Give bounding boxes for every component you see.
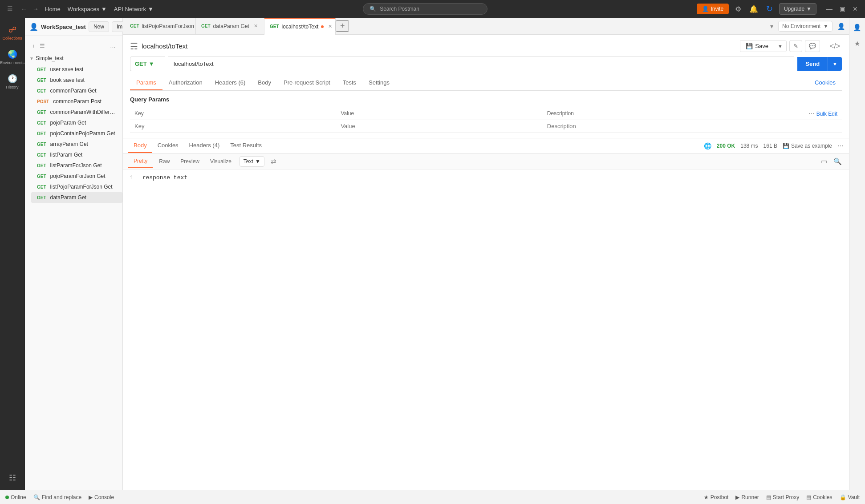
code-button[interactable]: </>	[828, 40, 842, 52]
tab-dataparam[interactable]: GET dataParam Get ✕	[196, 18, 264, 35]
workspaces-nav[interactable]: Workspaces ▼	[68, 6, 107, 12]
start-proxy-button[interactable]: ▤ Start Proxy	[766, 494, 799, 500]
tab-prerequest[interactable]: Pre-request Script	[277, 76, 337, 90]
resp-tab-headers[interactable]: Headers (4)	[184, 138, 225, 153]
tab-close-icon[interactable]: ✕	[327, 23, 333, 30]
cookies-link[interactable]: Cookies	[808, 76, 842, 90]
resp-format-preview[interactable]: Preview	[176, 156, 204, 167]
maximize-button[interactable]: ▣	[838, 5, 847, 12]
invite-button[interactable]: 👤 Invite	[697, 4, 729, 14]
more-options-icon[interactable]: …	[108, 41, 118, 51]
sync-icon[interactable]: ↻	[764, 2, 775, 16]
send-dropdown-button[interactable]: ▼	[828, 57, 842, 71]
list-item[interactable]: GET listPojoParamForJson Get	[31, 181, 122, 192]
key-input[interactable]	[134, 123, 332, 129]
forward-arrow[interactable]: →	[31, 4, 41, 13]
workspace-name: WorkSpace_test	[41, 24, 86, 30]
response-more-button[interactable]: ⋯	[837, 142, 844, 149]
runner-icon: ▶	[735, 494, 739, 500]
search-bar[interactable]: 🔍 Search Postman	[363, 3, 487, 15]
resp-format-pretty[interactable]: Pretty	[128, 155, 153, 168]
sidebar-item-history[interactable]: 🕐 History	[2, 70, 23, 93]
resp-format-raw[interactable]: Raw	[154, 156, 174, 167]
list-item[interactable]: GET book save test	[31, 75, 122, 85]
home-nav[interactable]: Home	[45, 6, 61, 12]
add-collection-icon[interactable]: +	[29, 41, 37, 51]
resp-tab-testresults[interactable]: Test Results	[225, 138, 267, 153]
settings-icon[interactable]: ⚙	[733, 3, 743, 15]
value-input[interactable]	[341, 123, 538, 129]
sidebar-item-environments[interactable]: 🌏 Environments	[2, 46, 23, 69]
bell-icon[interactable]: 🔔	[747, 3, 760, 15]
table-more-icon[interactable]: ⋯	[808, 110, 815, 117]
add-tab-button[interactable]: +	[336, 20, 349, 32]
collection-name[interactable]: ▼ Simple_test	[25, 52, 122, 64]
send-button[interactable]: Send	[797, 57, 828, 71]
description-input[interactable]	[547, 123, 744, 129]
list-item[interactable]: GET commonParam Get	[31, 85, 122, 96]
vault-button[interactable]: 🔒 Vault	[840, 494, 860, 500]
tab-body[interactable]: Body	[252, 76, 277, 90]
close-button[interactable]: ✕	[851, 5, 860, 12]
environment-manage-button[interactable]: 👤	[835, 21, 847, 31]
list-item[interactable]: GET arrayParam Get	[31, 139, 122, 149]
query-params-title: Query Params	[130, 96, 842, 103]
list-item[interactable]: GET dataParam Get	[31, 192, 122, 203]
list-item[interactable]: GET commonParamWithDifferentNa...	[31, 107, 122, 117]
save-example-button[interactable]: 💾 Save as example	[783, 143, 832, 149]
online-dot	[5, 496, 9, 499]
back-arrow[interactable]: ←	[19, 4, 29, 13]
environments-icon: 🌏	[8, 49, 17, 59]
list-item[interactable]: GET pojoParamForJson Get	[31, 171, 122, 181]
tab-headers[interactable]: Headers (6)	[209, 76, 252, 90]
list-item[interactable]: GET pojoParam Get	[31, 117, 122, 128]
list-item[interactable]: GET listParamForJson Get	[31, 160, 122, 171]
edit-button[interactable]: ✎	[789, 40, 802, 52]
tab-close-icon[interactable]: ✕	[253, 23, 259, 29]
bulk-edit-button[interactable]: Bulk Edit	[816, 111, 837, 117]
hamburger-icon[interactable]: ☰	[5, 4, 15, 13]
method-selector[interactable]: GET ▼	[130, 56, 165, 71]
wrap-icon[interactable]: ⇄	[269, 157, 278, 166]
minimize-button[interactable]: ―	[824, 5, 834, 12]
tab-listpojoparam[interactable]: GET listPojoParamForJson Ge ✕	[125, 18, 196, 35]
tab-authorization[interactable]: Authorization	[162, 76, 209, 90]
tab-tests[interactable]: Tests	[337, 76, 362, 90]
format-selector[interactable]: Text ▼	[240, 156, 264, 167]
list-item[interactable]: GET pojoContainPojoParam Get	[31, 128, 122, 139]
console-button[interactable]: ▶ Console	[89, 494, 114, 500]
sidebar-item-grid[interactable]: ☷	[2, 469, 23, 486]
runner-button[interactable]: ▶ Runner	[735, 494, 759, 500]
line-number: 1	[130, 174, 134, 181]
resp-tab-cookies[interactable]: Cookies	[152, 138, 184, 153]
list-item[interactable]: POST commonParam Post	[31, 96, 122, 107]
comment-button[interactable]: 💬	[805, 40, 820, 52]
tab-localhost-totext[interactable]: GET localhost/toText ✕	[264, 18, 336, 35]
url-input[interactable]	[168, 56, 794, 71]
search-response-icon[interactable]: 🔍	[832, 157, 844, 166]
postbot-button[interactable]: ★ Postbot	[704, 494, 729, 500]
tabs-dropdown-button[interactable]: ▾	[768, 21, 776, 31]
tab-params[interactable]: Params	[130, 76, 162, 90]
filter-icon[interactable]: ☰	[37, 41, 47, 51]
window-controls: ― ▣ ✕	[824, 5, 860, 12]
right-sidebar-person-icon[interactable]: 👤	[851, 21, 864, 34]
send-btn-group: Send ▼	[797, 57, 842, 71]
cookies-button[interactable]: ▤ Cookies	[806, 494, 832, 500]
find-replace-button[interactable]: 🔍 Find and replace	[33, 494, 81, 500]
api-network-nav[interactable]: API Network ▼	[114, 6, 154, 12]
new-button[interactable]: New	[89, 21, 109, 32]
tab-settings[interactable]: Settings	[362, 76, 396, 90]
resp-tab-body[interactable]: Body	[128, 138, 152, 153]
save-button[interactable]: 💾 Save	[740, 40, 774, 52]
resp-format-visualize[interactable]: Visualize	[206, 156, 236, 167]
save-dropdown-button[interactable]: ▼	[774, 40, 786, 52]
request-title: ☴ localhost/toText	[130, 41, 735, 52]
list-item[interactable]: GET user save test	[31, 64, 122, 75]
list-item[interactable]: GET listParam Get	[31, 149, 122, 160]
upgrade-button[interactable]: Upgrade ▼	[779, 3, 816, 15]
environment-selector[interactable]: No Environment ▼	[778, 21, 833, 32]
right-sidebar-magic-icon[interactable]: ★	[852, 37, 862, 50]
copy-icon[interactable]: ▭	[819, 157, 829, 166]
sidebar-item-collections[interactable]: ☍ Collections	[2, 21, 23, 44]
